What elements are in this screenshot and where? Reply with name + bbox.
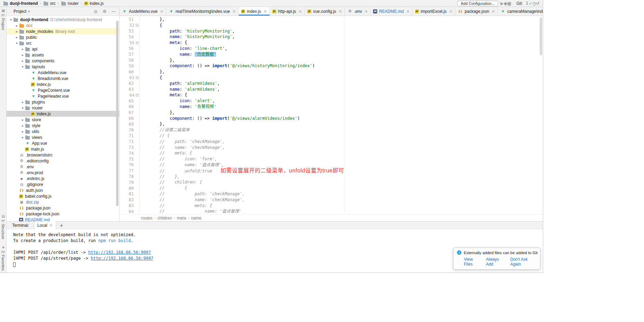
terminal-tab-local[interactable]: Local × <box>34 221 56 229</box>
tree-item-.env[interactable]: ⚙.env <box>7 164 119 170</box>
code-area[interactable]: }, { path: 'historyMonitoring', name: 'h… <box>140 16 543 214</box>
locate-icon[interactable]: ◎ <box>93 9 98 14</box>
md-icon: M <box>373 9 377 14</box>
breadcrumb-item-meta[interactable]: meta <box>176 216 187 221</box>
tree-item-README.md[interactable]: MREADME.md <box>7 217 119 221</box>
editor-gutter: 5152535455565758596061626364656667686970… <box>120 16 140 214</box>
breadcrumb-item-children[interactable]: children <box>157 216 173 221</box>
tree-item-src[interactable]: ▾src <box>7 40 119 46</box>
tool-button-2-Favorites[interactable]: ★2: Favorites <box>1 245 5 270</box>
close-icon[interactable]: × <box>338 9 342 14</box>
tab-http-api.js[interactable]: JShttp-api.js× <box>270 7 305 16</box>
tree-item-AsideMenu.vue[interactable]: ▼AsideMenu.vue <box>7 70 119 75</box>
dont-ask-again-link[interactable]: Don't Ask Again <box>510 257 537 267</box>
terminal-link[interactable]: http://192.168.66.56:9007 <box>91 256 153 261</box>
tab-index.js[interactable]: JSindex.js× <box>239 7 270 16</box>
breadcrumb-item-duoji-frontend[interactable]: duoji-frontend <box>2 1 39 6</box>
fold-icon[interactable] <box>136 76 139 79</box>
tab-.env[interactable]: ⚙.env× <box>345 7 371 16</box>
history-icon[interactable]: ◷ <box>532 1 536 6</box>
tool-button-1-Project[interactable]: ▦1: Project <box>1 9 5 30</box>
tree-item-package.json[interactable]: {}package.json <box>7 205 119 211</box>
run-icon[interactable]: ▶ <box>501 1 504 6</box>
tab-cameraManage-index.vue[interactable]: ▼cameraManage\index.vue× <box>498 7 543 16</box>
tab-realTimeMonitoring-index.vue[interactable]: ▼realTimeMonitoring\index.vue× <box>166 7 239 16</box>
hide-icon[interactable]: — <box>111 9 116 14</box>
close-icon[interactable]: × <box>492 9 495 14</box>
close-icon[interactable]: × <box>232 9 236 14</box>
tree-item-.gitignore[interactable]: ▤.gitignore <box>7 181 119 187</box>
close-icon[interactable]: × <box>299 9 302 14</box>
tree-item-.editorconfig[interactable]: ⚙.editorconfig <box>7 158 119 164</box>
tree-item-style[interactable]: ▸style <box>7 123 119 128</box>
tab-vue.config.js[interactable]: JSvue.config.js× <box>305 7 345 16</box>
tree-item-dist.zip[interactable]: ▦dist.zip <box>7 199 119 205</box>
add-configuration-button[interactable]: Add Configuration... <box>457 1 498 6</box>
editor-scrollbar[interactable] <box>540 17 542 55</box>
project-scrollbar[interactable] <box>116 21 118 206</box>
tree-item-node_modules[interactable]: ▸node_moduleslibrary root <box>7 28 119 34</box>
tree-item-auth.json[interactable]: {}auth.json <box>7 187 119 193</box>
close-icon[interactable]: × <box>449 9 452 14</box>
breadcrumb-item-router[interactable]: router <box>60 1 79 6</box>
rollback-icon[interactable]: ↺ <box>536 1 539 6</box>
tab-README.md[interactable]: MREADME.md× <box>371 7 412 16</box>
tab-importExcel.js[interactable]: JSimportExcel.js× <box>413 7 456 16</box>
close-icon[interactable]: × <box>364 9 368 14</box>
close-icon[interactable]: × <box>49 223 52 227</box>
tab-AsideMenu.vue[interactable]: ▼AsideMenu.vue× <box>120 7 166 16</box>
tree-item-babel.config.js[interactable]: JSbabel.config.js <box>7 193 119 199</box>
tree-item-utils[interactable]: ▸utils <box>7 128 119 134</box>
view-files-link[interactable]: View Files <box>464 257 481 267</box>
tree-item-Breadcrumb.vue[interactable]: ▼Breadcrumb.vue <box>7 75 119 81</box>
close-icon[interactable]: × <box>406 9 410 14</box>
tab-package.json[interactable]: {}package.json× <box>455 7 498 16</box>
tree-item-index.js[interactable]: JSindex.js <box>7 111 119 117</box>
tree-item-dist[interactable]: ▸dist <box>7 23 119 28</box>
tree-item-.browserslistrc[interactable]: ▤.browserslistrc <box>7 152 119 158</box>
tree-item-App.vue[interactable]: ▼App.vue <box>7 140 119 146</box>
breadcrumb-item-src[interactable]: src <box>42 1 56 6</box>
tree-item-store[interactable]: ▸store <box>7 117 119 123</box>
tree-item-router[interactable]: ▾router <box>7 105 119 111</box>
tree-item-PageHeader.vue[interactable]: ▼PageHeader.vue <box>7 93 119 99</box>
tree-item-assets[interactable]: ▸assets <box>7 52 119 58</box>
tree-item-index.js[interactable]: JSindex.js <box>7 81 119 87</box>
tree-item-api[interactable]: ▸api <box>7 46 119 52</box>
tool-button-1-Structure[interactable]: ▤1: Structure <box>1 214 5 239</box>
settings-icon[interactable]: ⚙ <box>102 9 107 14</box>
tree-item-PageContent.vue[interactable]: ▼PageContent.vue <box>7 87 119 93</box>
tree-item-duoji-frontend[interactable]: ▾duoji-frontendD:\zheheWeb\duoji-fronten… <box>7 17 119 23</box>
breadcrumb-item-index.js[interactable]: JSindex.js <box>83 1 105 6</box>
fold-icon[interactable] <box>136 94 139 97</box>
json-icon: {} <box>19 206 24 210</box>
notification-row: i Externally added files can be added to… <box>457 250 537 255</box>
close-icon[interactable]: × <box>160 9 164 14</box>
line-number: 77 <box>120 168 139 174</box>
tree-item-plugins[interactable]: ▸plugins <box>7 99 119 105</box>
breadcrumb-item-name[interactable]: name <box>190 216 202 221</box>
coverage-icon[interactable]: ▦ <box>507 1 511 6</box>
tree-item-.env.prod[interactable]: ⚙.env.prod <box>7 170 119 176</box>
tree-item-components[interactable]: ▸components <box>7 58 119 64</box>
fold-icon[interactable] <box>136 42 139 44</box>
tree-item-public[interactable]: ▸public <box>7 34 119 40</box>
tree-item-views[interactable]: ▸views <box>7 134 119 140</box>
tree-item-label: .browserslistrc <box>26 153 53 158</box>
fold-icon[interactable] <box>136 24 139 27</box>
tree-item-main.js[interactable]: JSmain.js <box>7 146 119 152</box>
tree-item-layouts[interactable]: ▾layouts <box>7 64 119 70</box>
breadcrumb-item-routes[interactable]: routes <box>140 216 153 221</box>
tree-item-.eslintrc.js[interactable]: ◆.eslintrc.js <box>7 176 119 181</box>
fold-spacer <box>134 175 139 178</box>
tree-item-package-lock.json[interactable]: {}package-lock.json <box>7 211 119 217</box>
new-terminal-button[interactable]: + <box>60 223 64 228</box>
always-add-link[interactable]: Always Add <box>486 257 505 267</box>
close-icon[interactable]: × <box>264 9 267 14</box>
git-update-icon[interactable]: ↧ <box>525 1 529 6</box>
terminal-link[interactable]: http://192.168.66.56:9007 <box>88 250 151 255</box>
debug-icon[interactable]: ◉ <box>504 1 507 6</box>
git-commit-icon[interactable]: ✓ <box>529 1 532 6</box>
code-line: component: () => import('@/views/alarmVi… <box>140 116 543 122</box>
project-view-dropdown[interactable]: Project ▾ <box>14 9 30 14</box>
